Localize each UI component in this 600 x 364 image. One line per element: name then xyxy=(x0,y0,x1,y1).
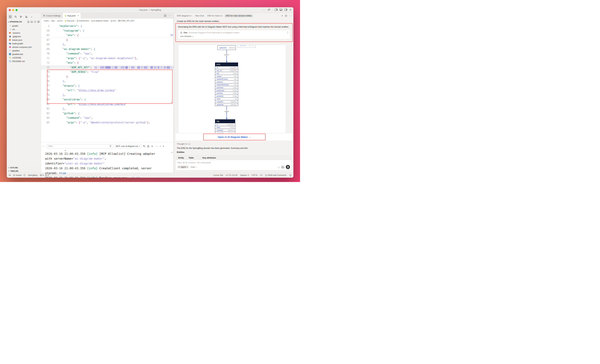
erd-diagram-card[interactable]: updatedAtdatetime updatedAtdatetime auth… xyxy=(178,45,286,133)
tab-mcp-json[interactable]: {} mcp.json × xyxy=(63,13,81,18)
outline-section[interactable]: OUTLINE xyxy=(7,166,41,169)
chat-more-icon[interactable]: ··· xyxy=(289,14,292,17)
breadcrumb-item-raja[interactable]: raja xyxy=(51,20,54,22)
agent-mode-dropdown[interactable]: ∞ Agent xyxy=(177,165,189,169)
more-actions-icon[interactable]: ··· xyxy=(262,8,265,11)
status-item-Cursor Tab[interactable]: Cursor Tab xyxy=(214,174,223,176)
tree-item-build.gradle[interactable]: build.gradle xyxy=(7,42,41,45)
json-mode-item[interactable]: {} JSON with Comments xyxy=(265,174,286,176)
chat-tab-ERD diagram for p[interactable]: ERD diagram for p xyxy=(176,14,193,18)
tab-cursor-settings[interactable]: Cursor Settings xyxy=(41,13,63,18)
chat-tab-ERD for main dom[interactable]: ERD for main dom xyxy=(206,14,224,18)
search-icon[interactable] xyxy=(13,15,18,19)
scrollbar-mark[interactable] xyxy=(171,102,173,103)
open-in-ai-diagram-maker-link[interactable]: Open in AI Diagram Maker → xyxy=(218,136,251,138)
log-line: identifier="user-ai-diagram-maker" xyxy=(45,161,172,166)
output-filter-input[interactable]: Filter xyxy=(47,144,113,148)
remote-indicator[interactable]: >< xyxy=(9,174,11,176)
status-item-LF[interactable]: LF xyxy=(260,174,262,176)
tree-item-src[interactable]: src xyxy=(7,27,41,31)
refresh-icon[interactable] xyxy=(34,21,36,23)
breadcrumb-item-.cursor[interactable]: .cursor xyxy=(56,20,63,22)
collapse-all-icon[interactable] xyxy=(38,21,40,23)
code-line-75: 75} xyxy=(41,74,173,79)
output-channel-select[interactable]: MCP: user-ai-diagram-ma xyxy=(114,144,141,148)
maximize-panel-chevron-icon[interactable] xyxy=(160,146,161,147)
tree-item-.gitignore[interactable]: .gitignore xyxy=(7,35,41,38)
chat-tab-ERD for main domain entities[interactable]: ERD for main domain entities xyxy=(225,14,253,18)
breadcrumb-item-ai-diagram-maker[interactable]: {}ai-diagram-maker xyxy=(91,20,109,22)
toggle-layout-icon[interactable] xyxy=(267,9,271,11)
project-root-label[interactable]: SPRINGBLOG xyxy=(10,21,22,23)
unlock-icon[interactable] xyxy=(147,145,149,147)
attach-image-icon[interactable] xyxy=(281,166,284,168)
tree-item-gradlew.bat[interactable]: gradlew.bat xyxy=(7,52,41,56)
notifications-bell-icon[interactable] xyxy=(289,174,291,176)
chat-tab-New Chat[interactable]: New Chat xyxy=(194,14,205,18)
breadcrumb-item-ADM_API_KEY[interactable]: abcADM_API_KEY xyxy=(118,20,135,22)
new-folder-icon[interactable] xyxy=(31,21,33,23)
microphone-icon xyxy=(287,166,289,168)
output-settings-gear-icon[interactable] xyxy=(151,145,153,147)
tree-item-bower.json[interactable]: bower.json xyxy=(7,38,41,42)
breadcrumb-item-env[interactable]: {}env xyxy=(111,20,116,22)
tree-item-README.md[interactable]: README.md xyxy=(7,59,41,63)
breadcrumb-item-Users[interactable]: Users xyxy=(44,20,49,22)
toggle-secondary-sidebar-icon[interactable] xyxy=(284,9,287,11)
file-label: gradle xyxy=(12,25,18,27)
more-views-chevron-icon[interactable] xyxy=(29,15,34,19)
tree-item-LICENSE[interactable]: LICENSE xyxy=(7,56,41,59)
expand-collapse-icon[interactable] xyxy=(287,32,288,34)
chat-tab-strip: ERD diagram for pNew ChatERD for main do… xyxy=(174,13,293,18)
erd-field-row: renderedContenttext xyxy=(215,77,238,80)
status-item-Spaces: 2[interactable]: Spaces: 2 xyxy=(240,174,249,176)
erd-field-row: createdAtdatetime xyxy=(215,100,238,103)
clear-output-icon[interactable] xyxy=(143,145,145,147)
editor-more-actions-icon[interactable]: ··· xyxy=(168,14,171,17)
erd-field-row: idlong [PK] xyxy=(215,123,235,126)
split-editor-icon[interactable] xyxy=(164,15,166,17)
git-branch-item[interactable]: master xyxy=(13,174,26,176)
new-chat-plus-icon[interactable]: + xyxy=(281,14,283,17)
project-name-item[interactable]: SpringBlog xyxy=(28,174,38,176)
explorer-icon[interactable] xyxy=(8,15,12,19)
settings-gear-icon[interactable] xyxy=(289,8,292,11)
tool-call-card[interactable]: Ran Generate Diagram From Mermaid in ai-… xyxy=(178,30,290,39)
output-scrollbar-mark[interactable] xyxy=(171,152,173,153)
timeline-section[interactable]: TIMELINE xyxy=(7,169,41,173)
model-dropdown[interactable]: Auto xyxy=(191,166,197,168)
json-icon: {} xyxy=(65,15,66,17)
close-tab-icon[interactable]: × xyxy=(77,14,79,17)
code-editor[interactable]: 2"mcpServers": {59"todiagram": {6538"env… xyxy=(41,23,173,142)
tree-item-.bowerrc[interactable]: .bowerrc xyxy=(7,31,41,35)
collapse-root-chevron-icon[interactable] xyxy=(8,21,9,22)
close-panel-icon[interactable]: × xyxy=(163,145,164,147)
tree-item-gradlew[interactable]: gradlew xyxy=(7,49,41,52)
tree-item-gradle[interactable]: gradle xyxy=(7,24,41,27)
panel-more-icon[interactable]: ··· xyxy=(42,145,45,147)
source-control-icon[interactable] xyxy=(19,15,23,19)
sticky-scroll-divider xyxy=(41,37,173,38)
breadcrumb-item-mcpServers[interactable]: {}mcpServers xyxy=(77,20,89,22)
code-line-73: 73"ADM_API_KEY": xyxy=(41,65,173,70)
voice-input-button[interactable] xyxy=(286,165,290,169)
log-line: with serverName="ai-diagram-maker", xyxy=(45,156,172,161)
status-item-Ln 73, Col 33[interactable]: Ln 73, Col 33 xyxy=(226,174,237,176)
run-debug-icon[interactable] xyxy=(24,15,28,19)
file-label: docker-compose.yml xyxy=(12,46,32,48)
thought-duration[interactable]: Thought for 1s xyxy=(177,143,190,145)
use-allowlist-dropdown[interactable]: Use Allowlist xyxy=(180,35,288,37)
toggle-panel-icon[interactable] xyxy=(280,9,282,11)
status-item-UTF-8[interactable]: UTF-8 xyxy=(252,174,257,176)
panel-overflow-icon[interactable]: ··· xyxy=(155,145,158,148)
tree-item-docker-compose.yml[interactable]: docker-compose.yml xyxy=(7,45,41,49)
breadcrumb[interactable]: Users›raja›.cursor›{}mcp.json›{}mcpServe… xyxy=(41,18,173,23)
filter-placeholder: Filter xyxy=(48,145,110,147)
history-clock-icon[interactable] xyxy=(285,15,287,17)
key-file-icon xyxy=(9,56,11,59)
new-file-icon[interactable] xyxy=(27,21,29,23)
breadcrumb-item-mcp.json[interactable]: {}mcp.json xyxy=(65,20,75,22)
toggle-primary-sidebar-icon[interactable] xyxy=(275,9,278,11)
code-line-65: 6538"env": { xyxy=(41,33,173,38)
chat-input[interactable]: Plan, @ for context, / for commands ∞ Ag… xyxy=(176,160,292,170)
